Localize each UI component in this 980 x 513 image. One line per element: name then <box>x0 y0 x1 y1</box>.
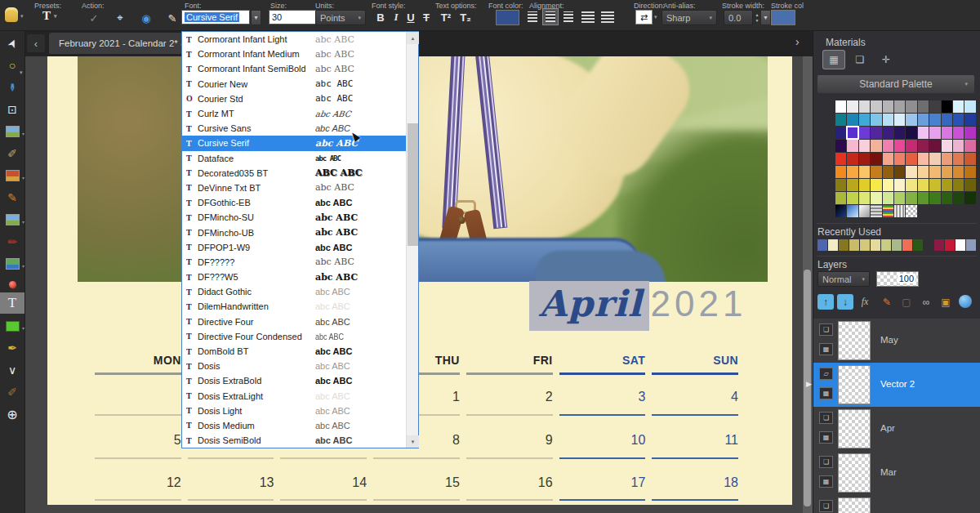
color-swatch[interactable] <box>817 239 827 251</box>
color-swatch[interactable] <box>964 127 975 139</box>
color-swatch[interactable] <box>953 114 964 126</box>
scroll-down-icon[interactable]: ▼ <box>407 435 419 448</box>
font-list-item[interactable]: TCursive Sansabc ABC <box>182 121 406 136</box>
font-list-item[interactable]: TCurlz MTabc ABC <box>182 106 406 121</box>
color-swatch[interactable] <box>942 192 952 204</box>
color-swatch[interactable] <box>942 127 952 139</box>
layer-adjustment-button[interactable]: ✎ <box>879 294 895 310</box>
color-swatch[interactable] <box>847 179 858 191</box>
tool-brush[interactable]: ✎ <box>0 187 24 208</box>
color-swatch[interactable] <box>871 205 881 217</box>
color-swatch[interactable] <box>906 166 916 178</box>
stroke-color-swatch[interactable] <box>771 10 795 25</box>
color-swatch[interactable] <box>929 179 940 191</box>
color-swatch[interactable] <box>964 192 975 204</box>
font-list-scrollbar-thumb[interactable] <box>408 123 418 246</box>
color-swatch[interactable] <box>929 127 940 139</box>
color-swatch[interactable] <box>953 100 964 113</box>
font-list-item[interactable]: TDFGothic-EBabc ABC <box>182 195 406 210</box>
color-swatch[interactable] <box>918 114 929 126</box>
color-swatch[interactable] <box>835 153 846 165</box>
color-swatch[interactable] <box>894 153 905 165</box>
font-color-swatch[interactable] <box>496 10 519 25</box>
color-swatch[interactable] <box>953 140 964 152</box>
color-swatch[interactable] <box>847 192 858 204</box>
italic-button[interactable]: I <box>390 9 402 25</box>
blend-mode-select[interactable]: Normal ▾ <box>817 271 870 287</box>
color-swatch[interactable] <box>918 166 929 178</box>
materials-swatch-tab[interactable]: ❏ <box>849 51 871 69</box>
document-tab[interactable]: February 2021 - Calendar 2* @ <box>49 33 200 54</box>
color-swatch[interactable] <box>942 114 952 126</box>
color-swatch[interactable] <box>859 192 870 204</box>
color-swatch[interactable] <box>883 192 893 204</box>
color-swatch[interactable] <box>942 166 952 178</box>
justify-left-button[interactable] <box>581 11 595 23</box>
materials-palette-tab[interactable]: ▦ <box>823 51 844 69</box>
align-right-button[interactable] <box>564 11 573 22</box>
color-swatch[interactable] <box>894 140 905 152</box>
color-swatch[interactable] <box>942 179 952 191</box>
layer-down-button[interactable]: ↓ <box>837 294 853 310</box>
layer-row[interactable]: ❏ ▦ Apr <box>813 407 980 452</box>
color-swatch[interactable] <box>883 166 893 178</box>
tool-pencil[interactable]: ✏ <box>0 231 24 252</box>
color-swatch[interactable] <box>906 114 916 126</box>
palette-select[interactable]: Standard Palette ▾ <box>817 75 974 93</box>
stepper-down-icon[interactable]: ▼ <box>755 18 760 23</box>
color-swatch[interactable] <box>859 205 870 217</box>
layer-effects-button[interactable]: fx <box>857 294 873 310</box>
color-swatch[interactable] <box>929 114 940 126</box>
color-swatch[interactable] <box>835 100 846 113</box>
color-swatch[interactable] <box>847 205 858 217</box>
color-swatch[interactable] <box>847 114 858 126</box>
color-swatch[interactable] <box>953 166 964 178</box>
pan-caret-icon[interactable]: ▾ <box>20 13 24 20</box>
color-swatch[interactable] <box>847 100 858 113</box>
color-swatch[interactable] <box>883 205 893 217</box>
font-dropdown-button[interactable]: ▼ <box>251 10 261 25</box>
tool-dropper[interactable]: ✒ <box>2 75 23 100</box>
color-swatch[interactable] <box>966 239 976 251</box>
color-swatch[interactable] <box>929 153 940 165</box>
layer-thumbnail[interactable] <box>838 321 871 360</box>
tool-picture[interactable]: ▾ <box>0 209 24 230</box>
color-swatch[interactable] <box>835 166 846 178</box>
tool-lasso[interactable]: ○ <box>0 55 24 76</box>
color-swatch[interactable] <box>835 192 846 204</box>
font-list-item[interactable]: TDF???W5abc ABC <box>182 270 406 284</box>
tool-frame[interactable]: ▾ <box>0 165 24 186</box>
color-swatch[interactable] <box>918 153 929 165</box>
color-swatch[interactable] <box>835 114 846 126</box>
font-list-item[interactable]: TDosis Lightabc ABC <box>182 404 406 418</box>
font-list-item-selected[interactable]: TCursive Serifabc ABC <box>182 136 406 150</box>
font-list-item[interactable]: TCourier Newabc ABC <box>182 77 406 91</box>
color-swatch[interactable] <box>859 153 870 165</box>
color-swatch[interactable] <box>964 140 975 152</box>
tool-paintbrush[interactable]: ✐ <box>0 381 24 403</box>
color-swatch[interactable] <box>902 239 912 251</box>
color-swatch[interactable] <box>953 127 964 139</box>
color-swatch[interactable] <box>835 127 846 139</box>
layer-mask-button[interactable]: ▢ <box>898 294 915 310</box>
font-list-item[interactable]: TDomBold BTabc ABC <box>182 344 406 359</box>
color-swatch[interactable] <box>883 153 893 165</box>
color-swatch[interactable] <box>953 179 964 191</box>
panel-expand-button[interactable]: › <box>795 35 800 48</box>
materials-picker-tab[interactable]: ✛ <box>875 51 897 69</box>
align-center-button[interactable] <box>546 11 555 22</box>
color-swatch[interactable] <box>929 192 940 204</box>
color-swatch[interactable] <box>860 239 870 251</box>
font-list-item[interactable]: TCormorant Infant Lightabc ABC <box>182 32 406 47</box>
tool-move[interactable]: ▾ <box>0 253 24 274</box>
tool-pen[interactable]: ✒ <box>0 337 24 359</box>
tool-knife[interactable]: ✐ <box>0 143 24 164</box>
color-swatch[interactable] <box>871 179 881 191</box>
layer-row[interactable]: ❏ <box>813 495 980 513</box>
color-swatch[interactable] <box>929 100 940 113</box>
color-swatch[interactable] <box>871 114 881 126</box>
color-swatch[interactable] <box>828 239 838 251</box>
color-swatch[interactable] <box>906 127 916 139</box>
align-left-button[interactable] <box>528 11 537 22</box>
tool-shape[interactable]: ▾ <box>0 315 24 337</box>
